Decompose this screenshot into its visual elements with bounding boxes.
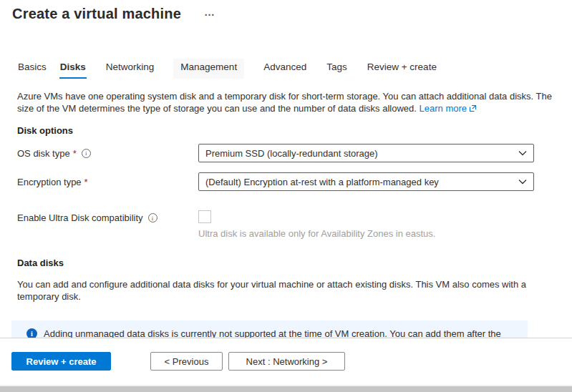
data-disks-description: You can add and configure additional dat…	[17, 278, 551, 303]
bottom-scrollbar-track[interactable]	[0, 386, 572, 392]
tab-tags[interactable]: Tags	[326, 59, 348, 79]
chevron-down-icon	[518, 179, 527, 185]
encryption-type-label: Encryption type *	[17, 177, 198, 187]
page-header: Create a virtual machine …	[12, 4, 572, 23]
ultra-disk-helper-text: Ultra disk is available only for Availab…	[198, 228, 435, 240]
required-asterisk: *	[84, 177, 88, 187]
disk-options-heading: Disk options	[17, 125, 572, 136]
tab-advanced[interactable]: Advanced	[263, 59, 307, 79]
os-disk-type-value: Premium SSD (locally-redundant storage)	[205, 148, 513, 159]
required-asterisk: *	[73, 148, 77, 159]
page-title: Create a virtual machine	[12, 4, 181, 23]
more-options-icon[interactable]: …	[204, 7, 215, 17]
tab-disks[interactable]: Disks	[59, 59, 87, 79]
ultra-disk-field: Ultra disk is available only for Availab…	[198, 210, 435, 240]
wizard-tabs: Basics Disks Networking Management Advan…	[17, 59, 572, 79]
encryption-type-row: Encryption type * (Default) Encryption a…	[17, 172, 572, 191]
tab-networking[interactable]: Networking	[105, 59, 155, 79]
ultra-disk-label: Enable Ultra Disk compatibility i	[17, 212, 198, 223]
os-disk-type-select[interactable]: Premium SSD (locally-redundant storage)	[198, 144, 534, 162]
info-icon[interactable]: i	[148, 213, 157, 222]
os-disk-type-row: OS disk type * i Premium SSD (locally-re…	[17, 144, 572, 162]
data-disks-heading: Data disks	[17, 258, 572, 268]
tab-basics[interactable]: Basics	[17, 59, 47, 79]
previous-button[interactable]: < Previous	[150, 352, 223, 371]
review-create-button[interactable]: Review + create	[11, 352, 111, 371]
os-disk-type-label: OS disk type * i	[17, 148, 198, 159]
external-link-icon	[469, 103, 477, 115]
learn-more-link[interactable]: Learn more	[420, 103, 477, 114]
ultra-disk-row: Enable Ultra Disk compatibility i Ultra …	[17, 210, 572, 240]
tab-review-create[interactable]: Review + create	[367, 59, 437, 79]
encryption-type-select[interactable]: (Default) Encryption at-rest with a plat…	[198, 172, 534, 191]
info-icon[interactable]: i	[82, 149, 91, 158]
intro-paragraph: Azure VMs have one operating system disk…	[17, 90, 555, 115]
chevron-down-icon	[518, 150, 527, 156]
tab-management[interactable]: Management	[173, 59, 244, 79]
footer-bar: Review + create < Previous Next : Networ…	[0, 338, 572, 385]
next-networking-button[interactable]: Next : Networking >	[228, 352, 345, 371]
encryption-type-value: (Default) Encryption at-rest with a plat…	[205, 177, 513, 187]
ultra-disk-checkbox[interactable]	[198, 210, 211, 223]
